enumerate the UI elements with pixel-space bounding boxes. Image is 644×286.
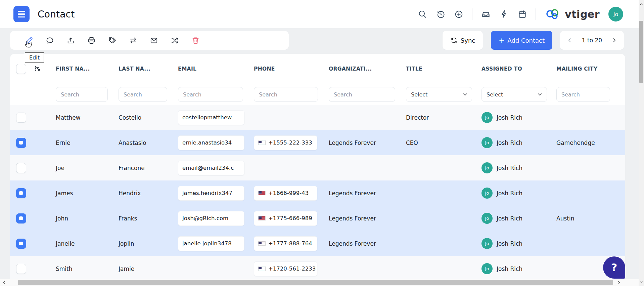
row-checkbox[interactable] [16, 239, 26, 249]
first-name-search-input[interactable] [56, 87, 108, 102]
contact-row[interactable]: JohnFranksJosh@gRich.com+1775-666-989Leg… [10, 206, 625, 231]
select-all-checkbox[interactable] [16, 64, 26, 74]
last-name-cell[interactable]: Jamie [119, 265, 178, 272]
first-name-cell[interactable]: John [56, 215, 119, 222]
first-name-cell[interactable]: Matthew [56, 114, 119, 121]
page-next-icon[interactable] [611, 37, 617, 43]
shuffle-icon[interactable] [171, 36, 179, 45]
vertical-scrollbar[interactable] [639, 0, 644, 286]
row-height-icon[interactable] [33, 65, 41, 73]
column-header-title[interactable]: TITLE [406, 66, 481, 72]
organization-cell[interactable]: Legends Forever [329, 215, 406, 222]
print-icon[interactable] [87, 36, 96, 45]
column-header-first-name[interactable]: FIRST NA... [56, 66, 119, 72]
last-name-cell[interactable]: Hendrix [119, 190, 178, 197]
first-name-cell[interactable]: Ernie [56, 139, 119, 146]
organization-cell[interactable]: Legends Forever [329, 190, 406, 197]
scroll-right-icon[interactable] [617, 280, 621, 286]
contact-row[interactable]: SmithJamie+1720-561-2233JoJosh Rich [10, 256, 625, 281]
organization-search-input[interactable] [329, 87, 395, 102]
email-field[interactable]: james.hendrix347 [178, 186, 244, 201]
edit-icon[interactable] [25, 36, 33, 45]
assigned-to[interactable]: JoJosh Rich [481, 213, 556, 224]
delete-icon[interactable] [191, 36, 200, 45]
column-header-email[interactable]: EMAIL [178, 66, 254, 72]
scroll-up-icon[interactable] [639, 1, 643, 8]
first-name-cell[interactable]: Smith [56, 265, 119, 272]
phone-field[interactable]: +1775-666-989 [254, 211, 317, 226]
contact-row[interactable]: JamesHendrixjames.hendrix347+1666-999-43… [10, 180, 625, 206]
first-name-cell[interactable]: James [56, 190, 119, 197]
add-circle-icon[interactable] [454, 9, 463, 19]
scroll-down-icon[interactable] [639, 279, 644, 286]
organization-cell[interactable]: Legends Forever [329, 139, 406, 146]
email-icon[interactable] [150, 36, 158, 45]
comment-icon[interactable] [46, 36, 54, 45]
row-checkbox[interactable] [16, 264, 26, 274]
title-cell[interactable]: Director [406, 114, 481, 121]
organization-cell[interactable]: Legends Forever [329, 240, 406, 247]
email-field[interactable]: janelle.joplin3478 [178, 236, 244, 251]
assigned-to[interactable]: JoJosh Rich [481, 188, 556, 199]
vertical-scroll-thumb[interactable] [639, 21, 643, 83]
horizontal-scrollbar[interactable] [0, 279, 639, 286]
email-field[interactable]: email@email234.c [178, 161, 244, 175]
last-name-search-input[interactable] [119, 87, 167, 102]
contact-row[interactable]: ErnieAnastasioernie.anastasio34+1555-222… [10, 130, 625, 155]
phone-field[interactable]: +1720-561-2233 [254, 261, 317, 276]
email-field[interactable]: ernie.anastasio34 [178, 135, 244, 150]
contact-row[interactable]: JoeFranconeemail@email234.cJoJosh Rich [10, 155, 625, 180]
column-header-mailing-city[interactable]: MAILING CITY [556, 66, 615, 72]
assigned-to[interactable]: JoJosh Rich [481, 137, 556, 148]
email-field[interactable]: Josh@gRich.com [178, 211, 244, 226]
user-avatar[interactable]: Jo [608, 7, 623, 22]
mailing-city-cell[interactable]: Gamehendge [556, 139, 615, 146]
email-field[interactable]: costellopmatthew [178, 110, 244, 125]
mailing-city-cell[interactable]: Austin [556, 215, 615, 222]
transfer-icon[interactable] [129, 36, 137, 45]
title-filter-select[interactable]: Select [406, 87, 472, 102]
help-button[interactable]: ? [603, 256, 625, 279]
phone-field[interactable]: +1555-222-333 [254, 135, 317, 150]
horizontal-scroll-thumb[interactable] [18, 280, 613, 285]
title-cell[interactable]: CEO [406, 139, 481, 146]
email-search-input[interactable] [178, 87, 243, 102]
first-name-cell[interactable]: Janelle [56, 240, 119, 247]
inbox-icon[interactable] [481, 9, 491, 19]
last-name-cell[interactable]: Franks [119, 215, 178, 222]
scroll-left-icon[interactable] [2, 280, 6, 286]
phone-field[interactable]: +1666-999-43 [254, 186, 317, 201]
calendar-icon[interactable] [517, 9, 527, 19]
sync-button[interactable]: Sync [443, 31, 483, 50]
tags-icon[interactable] [108, 36, 117, 45]
first-name-cell[interactable]: Joe [56, 165, 119, 171]
contact-row[interactable]: JanelleJoplinjanelle.joplin3478+1777-888… [10, 231, 625, 256]
search-icon[interactable] [418, 9, 427, 19]
history-icon[interactable] [436, 9, 445, 19]
assigned-to[interactable]: JoJosh Rich [481, 238, 556, 249]
row-checkbox[interactable] [16, 138, 26, 148]
phone-search-input[interactable] [254, 87, 318, 102]
column-header-last-name[interactable]: LAST NA... [119, 66, 178, 72]
assigned-to-filter-select[interactable]: Select [481, 87, 547, 102]
last-name-cell[interactable]: Joplin [119, 240, 178, 247]
assigned-to[interactable]: JoJosh Rich [481, 162, 556, 173]
last-name-cell[interactable]: Anastasio [119, 139, 178, 146]
contact-row[interactable]: MatthewCostellocostellopmatthewDirectorJ… [10, 105, 625, 130]
row-checkbox[interactable] [16, 163, 26, 173]
lightning-icon[interactable] [499, 9, 509, 19]
row-checkbox[interactable] [16, 113, 26, 123]
assigned-to[interactable]: JoJosh Rich [481, 112, 556, 123]
upload-icon[interactable] [66, 36, 75, 45]
row-checkbox[interactable] [16, 213, 26, 223]
add-contact-button[interactable]: + Add Contact [491, 31, 552, 50]
last-name-cell[interactable]: Francone [119, 165, 178, 171]
column-header-phone[interactable]: PHONE [254, 66, 329, 72]
assigned-to[interactable]: JoJosh Rich [481, 263, 556, 274]
column-header-organization[interactable]: ORGANIZATI... [329, 66, 406, 72]
menu-button[interactable] [13, 6, 30, 22]
mailing-city-search-input[interactable] [556, 87, 610, 102]
row-checkbox[interactable] [16, 188, 26, 198]
last-name-cell[interactable]: Costello [119, 114, 178, 121]
column-header-assigned-to[interactable]: ASSIGNED TO [481, 66, 556, 72]
